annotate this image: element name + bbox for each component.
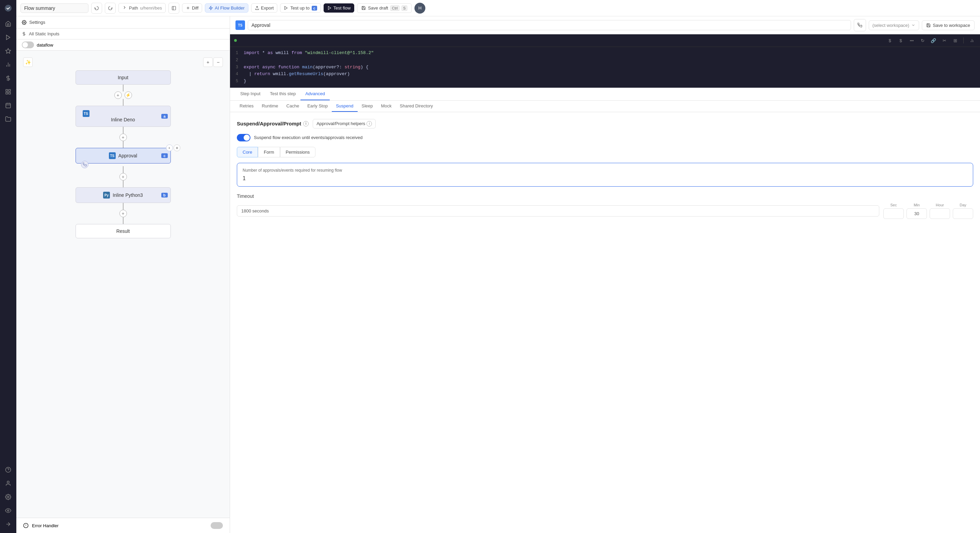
permissions-tab[interactable]: Permissions <box>280 147 316 157</box>
sidebar-item-home[interactable] <box>2 17 14 30</box>
flow-title-input[interactable] <box>21 3 89 13</box>
sub-tab-shared-directory[interactable]: Shared Directory <box>396 101 437 112</box>
user-avatar[interactable]: H <box>414 3 425 14</box>
canvas-toolbar: ✨ + − <box>23 57 223 67</box>
editor-icon-6[interactable]: ✂ <box>940 36 948 44</box>
workspace-select[interactable]: (select workspace) <box>869 21 919 30</box>
script-name-input[interactable] <box>248 20 851 30</box>
editor-icon-1[interactable]: $ <box>886 36 894 44</box>
connector-line-2b <box>123 141 124 148</box>
editor-icon-8[interactable] <box>968 36 976 44</box>
sidebar-item-grid[interactable] <box>2 86 14 98</box>
path-section[interactable]: Path u/henri/bes <box>118 3 166 13</box>
test-up-to-button[interactable]: Test up to c <box>280 3 321 13</box>
add-step-button-4[interactable]: + <box>119 210 127 217</box>
diff-button[interactable]: Diff <box>182 3 202 13</box>
redo-button[interactable] <box>105 3 116 14</box>
sidebar-item-dollar[interactable] <box>2 72 14 84</box>
timeout-day-input[interactable] <box>953 208 973 219</box>
add-step-button-2[interactable]: + <box>119 133 127 141</box>
flow-panel-header: Settings <box>16 16 230 29</box>
ai-flow-builder-button[interactable]: AI Flow Builder <box>205 3 248 13</box>
error-handler-toggle[interactable] <box>211 522 223 529</box>
test-flow-button[interactable]: Test flow <box>324 3 355 13</box>
form-tab[interactable]: Form <box>258 147 280 157</box>
timeout-sec-input[interactable] <box>883 208 904 219</box>
sidebar-item-eye[interactable] <box>2 504 14 517</box>
inline-deno-node[interactable]: TS Inline Deno a <box>76 106 171 127</box>
core-tab[interactable]: Core <box>237 147 258 157</box>
suspend-info-icon[interactable]: i <box>303 121 309 127</box>
magic-wand-button[interactable]: ✨ <box>23 57 33 67</box>
app-logo <box>3 3 14 14</box>
helpers-button[interactable]: Approval/Prompt helpers i <box>313 119 375 128</box>
save-draft-button[interactable]: Save draft Ctrl S <box>357 3 412 13</box>
sidebar-item-chart[interactable] <box>2 59 14 71</box>
input-node[interactable]: Input <box>76 70 171 85</box>
editor-icon-7[interactable]: ⊞ <box>951 36 959 44</box>
sidebar-item-folder[interactable] <box>2 113 14 125</box>
sub-tab-early-stop[interactable]: Early Stop <box>303 101 332 112</box>
timeout-inputs: Sec Min Hour <box>237 203 973 219</box>
zoom-out-button[interactable]: − <box>213 57 223 67</box>
tab-test-this-step[interactable]: Test this step <box>265 88 301 100</box>
save-draft-label: Save draft <box>368 5 388 11</box>
sidebar-item-settings[interactable] <box>2 491 14 503</box>
sidebar-item-question[interactable] <box>2 464 14 476</box>
timeout-main-input[interactable] <box>237 205 879 217</box>
sub-tab-suspend[interactable]: Suspend <box>332 101 357 112</box>
result-node[interactable]: Result <box>76 224 171 238</box>
sidebar-item-star[interactable] <box>2 45 14 57</box>
undo-button[interactable] <box>91 3 102 14</box>
sidebar-item-play[interactable] <box>2 31 14 43</box>
sub-tab-retries[interactable]: Retries <box>235 101 258 112</box>
book-icon-btn[interactable] <box>169 3 179 14</box>
add-trigger-button-1[interactable]: ⚡ <box>124 92 132 99</box>
tab-advanced[interactable]: Advanced <box>301 88 330 100</box>
right-panel-header: TS (select workspace) Save to workspace <box>230 16 980 34</box>
header-phone-button[interactable] <box>854 19 866 31</box>
sidebar-item-calendar[interactable] <box>2 99 14 111</box>
main-content: Path u/henri/bes Diff AI Flow Builder Ex… <box>16 0 980 533</box>
remove-node-button[interactable]: ✕ <box>173 144 180 151</box>
add-step-button-1[interactable]: + <box>115 92 122 99</box>
suspend-toggle[interactable] <box>237 134 250 141</box>
all-static-inputs-label: All Static Inputs <box>29 31 60 36</box>
phone-button[interactable] <box>81 161 89 168</box>
sub-tab-runtime[interactable]: Runtime <box>258 101 282 112</box>
editor-icon-5[interactable]: 🔗 <box>929 36 937 44</box>
sub-tab-sleep[interactable]: Sleep <box>358 101 377 112</box>
timeout-min-input[interactable] <box>907 208 927 219</box>
all-static-inputs[interactable]: All Static Inputs <box>16 29 230 40</box>
editor-icon-3[interactable] <box>907 36 916 44</box>
inline-python3-node[interactable]: Py Inline Python3 b <box>76 187 171 203</box>
approval-badge: c <box>161 153 167 158</box>
approvals-value: 1 <box>243 175 967 181</box>
timeout-hour-input[interactable] <box>930 208 950 219</box>
flow-canvas: ✨ + − Input <box>16 51 230 518</box>
editor-icon-4[interactable]: ↻ <box>918 36 927 44</box>
export-button[interactable]: Export <box>251 3 278 13</box>
approval-wrapper: + ✕ TS Approval c <box>76 148 171 163</box>
sub-tab-cache[interactable]: Cache <box>282 101 304 112</box>
helpers-info-icon[interactable]: i <box>366 121 372 127</box>
add-to-node-button[interactable]: + <box>166 144 173 151</box>
sidebar-item-arrow[interactable] <box>2 518 14 530</box>
timeout-label: Timeout <box>237 194 973 199</box>
add-step-button-3[interactable]: + <box>119 173 127 181</box>
sidebar-item-person[interactable] <box>2 477 14 490</box>
right-panel: TS (select workspace) Save to workspace <box>230 16 980 533</box>
editor-icon-2[interactable]: $ <box>897 36 905 44</box>
test-up-to-value: c <box>312 6 317 11</box>
svg-point-35 <box>913 40 913 41</box>
tab-step-input[interactable]: Step Input <box>235 88 265 100</box>
save-to-workspace-button[interactable]: Save to workspace <box>922 21 975 30</box>
sub-tab-mock[interactable]: Mock <box>377 101 396 112</box>
zoom-in-button[interactable]: + <box>203 57 213 67</box>
code-line-2: 2 <box>230 57 980 64</box>
approval-node[interactable]: TS Approval c <box>76 148 171 163</box>
dollar-icon <box>22 32 26 36</box>
py-icon: Py <box>103 192 110 198</box>
svg-point-19 <box>8 510 9 512</box>
dataflow-toggle[interactable] <box>22 41 34 48</box>
